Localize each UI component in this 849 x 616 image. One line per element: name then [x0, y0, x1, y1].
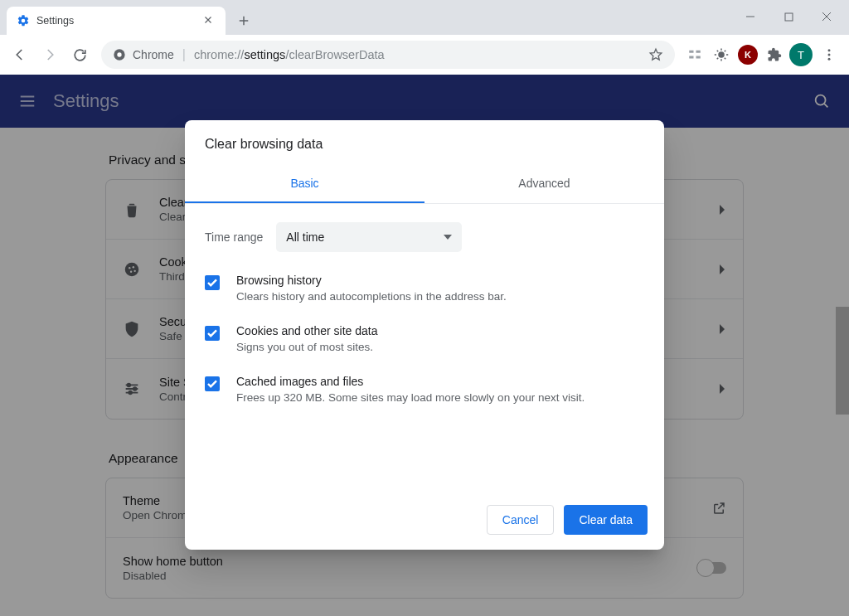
active-tab[interactable]: Settings	[7, 7, 226, 35]
cb-cookies: Cookies and other site dataSigns you out…	[205, 324, 644, 353]
svg-rect-4	[696, 51, 701, 53]
back-button[interactable]	[7, 41, 33, 68]
svg-point-9	[828, 54, 831, 56]
clear-data-button[interactable]: Clear data	[564, 505, 648, 535]
svg-rect-6	[696, 56, 701, 59]
bookmark-star-icon[interactable]	[648, 47, 663, 62]
svg-rect-3	[689, 51, 693, 53]
chevron-down-icon	[444, 235, 452, 240]
chrome-icon	[113, 48, 126, 61]
dialog-title: Clear browsing data	[185, 120, 664, 165]
time-range-value: All time	[286, 230, 324, 244]
tab-strip: Settings	[0, 0, 849, 35]
url-text: chrome://settings/clearBrowserData	[194, 48, 385, 61]
profile-avatar[interactable]: T	[789, 43, 813, 66]
time-range-select[interactable]: All time	[276, 222, 462, 252]
reload-button[interactable]	[66, 41, 93, 68]
new-tab-button[interactable]	[232, 9, 255, 32]
window-controls	[731, 3, 846, 30]
svg-point-10	[828, 58, 831, 61]
dialog-actions: Cancel Clear data	[185, 500, 664, 535]
tab-advanced[interactable]: Advanced	[424, 165, 664, 203]
forward-button[interactable]	[36, 41, 63, 68]
checkbox-cache[interactable]	[205, 376, 220, 391]
url-scheme-label: Chrome	[133, 48, 174, 61]
ext-k-icon[interactable]: K	[736, 43, 759, 66]
clear-browsing-data-dialog: Clear browsing data Basic Advanced Time …	[185, 120, 664, 550]
ext-grid-icon[interactable]	[683, 43, 706, 66]
close-window-button[interactable]	[808, 3, 846, 30]
svg-point-7	[718, 51, 725, 58]
cb-browsing-history: Browsing historyClears history and autoc…	[205, 274, 644, 303]
svg-rect-5	[689, 56, 693, 59]
tab-title: Settings	[36, 15, 196, 27]
url-separator: |	[182, 47, 186, 62]
address-bar[interactable]: Chrome | chrome://settings/clearBrowserD…	[101, 41, 675, 69]
tab-basic[interactable]: Basic	[185, 165, 424, 203]
dialog-tabs: Basic Advanced	[185, 165, 664, 204]
svg-rect-0	[785, 13, 793, 21]
menu-kebab-icon[interactable]	[816, 41, 842, 68]
tab-close-icon[interactable]	[202, 14, 216, 27]
cancel-button[interactable]: Cancel	[487, 505, 555, 535]
checkbox-cookies[interactable]	[205, 326, 220, 341]
cb-cache: Cached images and filesFrees up 320 MB. …	[205, 375, 644, 404]
browser-chrome: Settings Chrome | chrome://settings/clea…	[0, 0, 849, 75]
toolbar: Chrome | chrome://settings/clearBrowserD…	[0, 35, 849, 75]
site-info-chip[interactable]: Chrome	[113, 48, 174, 61]
time-range-row: Time range All time	[205, 222, 644, 252]
time-range-label: Time range	[205, 230, 263, 244]
extensions-puzzle-icon[interactable]	[763, 43, 786, 66]
settings-favicon-icon	[17, 14, 30, 27]
svg-point-8	[828, 49, 831, 51]
checkbox-browsing-history[interactable]	[205, 275, 220, 290]
svg-point-2	[117, 52, 121, 56]
dialog-body: Time range All time Browsing historyClea…	[185, 204, 664, 434]
minimize-button[interactable]	[731, 3, 769, 30]
maximize-button[interactable]	[769, 3, 808, 30]
ext-bug-icon[interactable]	[710, 43, 733, 66]
